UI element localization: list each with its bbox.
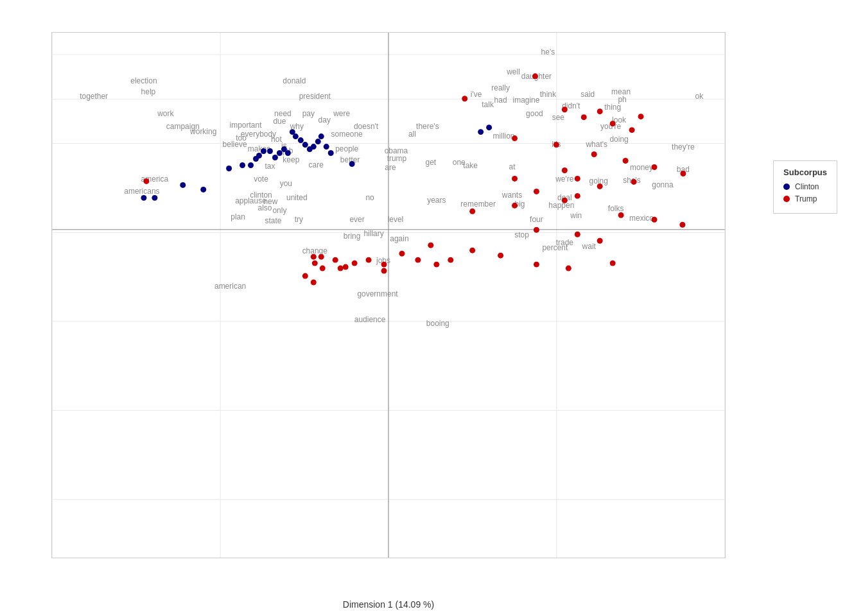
legend-item-trump: Trump [783,194,827,203]
svg-point-176 [534,189,539,194]
svg-text:hot: hot [271,135,282,144]
svg-text:booing: booing [426,319,449,328]
svg-point-203 [415,257,421,263]
svg-text:work: work [157,109,173,118]
svg-point-143 [285,150,291,156]
svg-text:help: help [141,87,156,96]
svg-text:happen: happen [548,201,574,210]
svg-point-150 [315,139,321,144]
svg-point-138 [261,148,266,154]
svg-text:state: state [265,216,281,225]
svg-text:good: good [526,109,543,118]
svg-text:there's: there's [416,122,439,131]
svg-text:gonna: gonna [652,180,674,189]
svg-text:government: government [357,289,398,298]
svg-point-195 [428,243,433,248]
svg-point-170 [680,171,686,176]
svg-point-137 [256,153,262,158]
svg-point-192 [343,264,349,270]
svg-point-201 [610,261,616,266]
svg-point-177 [575,193,580,199]
svg-text:at: at [509,162,516,171]
svg-point-200 [566,266,571,271]
chart-container: Dimension 2 (10.69 %) Dimension 1 (14.09… [0,0,863,616]
svg-point-207 [352,261,358,266]
svg-text:four: four [530,215,543,224]
legend-item-clinton: Clinton [783,182,827,191]
svg-point-171 [562,167,568,173]
svg-text:folks: folks [608,204,624,213]
svg-text:level: level [388,215,404,224]
svg-point-134 [240,162,245,168]
chart-svg: -1.0 -0.5 0.0 0.5 -0.6 -0.4 -0.2 0.0 0.2… [52,33,725,558]
svg-point-174 [631,179,637,185]
trump-legend-label: Trump [795,194,817,203]
trump-legend-dot [783,196,790,202]
svg-point-199 [534,262,539,268]
svg-text:stop: stop [514,230,529,239]
svg-text:also: also [257,203,272,212]
svg-text:doing: doing [609,135,628,144]
svg-point-151 [318,133,324,139]
svg-point-157 [532,73,538,79]
svg-text:important: important [230,121,263,130]
svg-point-147 [302,142,308,148]
svg-point-153 [328,150,334,156]
svg-text:think: think [540,90,556,99]
svg-point-187 [311,254,317,260]
svg-text:audience: audience [354,315,386,324]
svg-point-152 [324,144,329,150]
svg-point-133 [226,166,232,171]
svg-text:care: care [309,160,324,169]
svg-point-178 [562,198,568,203]
svg-point-141 [277,150,283,156]
svg-text:vote: vote [254,175,268,184]
svg-point-149 [311,144,317,150]
svg-text:imagine: imagine [513,96,540,105]
svg-point-130 [152,195,157,201]
svg-text:see: see [552,113,565,122]
svg-point-146 [298,137,304,143]
svg-point-204 [433,262,439,268]
svg-text:change: change [302,246,328,255]
svg-text:take: take [463,161,478,170]
svg-point-166 [554,142,559,148]
svg-point-179 [512,203,518,209]
svg-point-160 [562,107,568,112]
svg-point-196 [469,248,475,253]
clinton-point [141,195,146,201]
trump-point [143,178,149,184]
svg-point-183 [679,222,685,228]
svg-text:wait: wait [582,242,597,251]
svg-point-188 [318,254,324,260]
svg-text:makes: makes [248,144,270,153]
svg-point-173 [575,176,580,182]
svg-point-186 [597,238,603,244]
svg-text:only: only [272,206,286,215]
svg-text:ok: ok [695,92,703,101]
svg-point-180 [469,209,475,214]
legend-title: Subcorpus [783,167,827,177]
svg-point-155 [478,129,484,135]
svg-text:you: you [280,179,292,188]
svg-point-167 [591,151,597,157]
svg-point-159 [638,114,644,119]
svg-text:are: are [385,163,396,172]
svg-point-182 [651,217,657,223]
svg-text:election: election [130,76,157,85]
svg-text:were: were [333,109,350,118]
svg-text:wants: wants [501,191,522,200]
svg-text:americans: americans [124,187,159,196]
svg-point-181 [618,212,624,218]
svg-text:working: working [189,127,216,136]
svg-text:really: really [491,83,510,92]
svg-text:said: said [580,90,595,99]
svg-point-163 [610,121,616,126]
word-hes: he's [541,47,555,56]
svg-text:again: again [390,234,408,243]
svg-text:ever: ever [349,215,364,224]
svg-text:try: try [295,215,303,224]
svg-text:well: well [506,67,520,76]
svg-text:united: united [286,193,308,202]
svg-text:i've: i've [471,90,482,99]
